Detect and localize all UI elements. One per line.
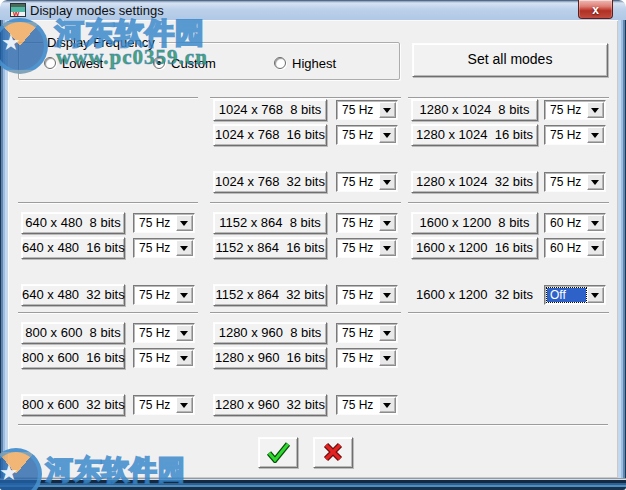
dropdown-button[interactable] xyxy=(587,174,604,190)
column-separator xyxy=(18,97,198,99)
mode-button-1152x864-16-bits[interactable]: 1152 x 864 16 bits xyxy=(213,237,327,259)
mode-button-1280x1024-32-bits[interactable]: 1280 x 1024 32 bits xyxy=(411,171,538,193)
dropdown-button[interactable] xyxy=(379,287,396,303)
frequency-select-1024x768-16-bits[interactable]: 75 Hz xyxy=(336,125,398,145)
frequency-select-1152x864-32-bits[interactable]: 75 Hz xyxy=(336,285,398,305)
dropdown-button[interactable] xyxy=(176,240,193,256)
frequency-select-1280x960-32-bits[interactable]: 75 Hz xyxy=(336,395,398,415)
frequency-select-1280x1024-32-bits[interactable]: 75 Hz xyxy=(544,172,606,192)
frequency-select-640x480-16-bits[interactable]: 75 Hz xyxy=(133,238,195,258)
radio-option-custom[interactable]: Custom xyxy=(153,56,216,70)
mode-button-800x600-16-bits[interactable]: 800 x 600 16 bits xyxy=(21,347,125,369)
cancel-button[interactable] xyxy=(313,437,353,468)
dropdown-button[interactable] xyxy=(379,350,396,366)
frequency-select-1280x960-8-bits[interactable]: 75 Hz xyxy=(336,323,398,343)
dropdown-button[interactable] xyxy=(379,240,396,256)
frequency-value: 75 Hz xyxy=(547,103,586,117)
chevron-down-icon xyxy=(591,133,599,138)
mode-button-640x480-16-bits[interactable]: 640 x 480 16 bits xyxy=(21,237,125,259)
dropdown-button[interactable] xyxy=(176,215,193,231)
dropdown-button[interactable] xyxy=(587,102,604,118)
chevron-down-icon xyxy=(180,293,188,298)
frequency-value: Off xyxy=(547,288,586,302)
close-button[interactable]: x xyxy=(578,0,613,19)
mode-button-640x480-8-bits[interactable]: 640 x 480 8 bits xyxy=(21,212,125,234)
radio-label: Lowest xyxy=(62,56,103,71)
chevron-down-icon xyxy=(383,293,391,298)
frequency-select-1280x1024-16-bits[interactable]: 75 Hz xyxy=(544,125,606,145)
chevron-down-icon xyxy=(180,331,188,336)
window-border-right xyxy=(618,20,626,478)
dropdown-button[interactable] xyxy=(176,350,193,366)
frequency-value: 60 Hz xyxy=(547,241,586,255)
frequency-select-1152x864-8-bits[interactable]: 75 Hz xyxy=(336,213,398,233)
mode-button-1024x768-8-bits[interactable]: 1024 x 768 8 bits xyxy=(213,99,327,121)
radio-label: Custom xyxy=(171,56,216,71)
groupbox-label: Display Frequency xyxy=(43,35,159,50)
frequency-select-1600x1200-32-bits[interactable]: Off xyxy=(544,285,606,305)
chevron-down-icon xyxy=(383,356,391,361)
dropdown-button[interactable] xyxy=(379,127,396,143)
mode-button-1152x864-8-bits[interactable]: 1152 x 864 8 bits xyxy=(213,212,327,234)
frequency-select-1280x960-16-bits[interactable]: 75 Hz xyxy=(336,348,398,368)
mode-button-1280x960-16-bits[interactable]: 1280 x 960 16 bits xyxy=(213,347,327,369)
mode-button-1280x960-8-bits[interactable]: 1280 x 960 8 bits xyxy=(213,322,327,344)
frequency-select-800x600-16-bits[interactable]: 75 Hz xyxy=(133,348,195,368)
radio-option-lowest[interactable]: Lowest xyxy=(44,56,103,70)
frequency-select-640x480-8-bits[interactable]: 75 Hz xyxy=(133,213,195,233)
mode-button-1024x768-16-bits[interactable]: 1024 x 768 16 bits xyxy=(213,124,327,146)
frequency-value: 75 Hz xyxy=(339,175,378,189)
frequency-select-800x600-32-bits[interactable]: 75 Hz xyxy=(133,395,195,415)
title-bar[interactable]: w Display modes settings x xyxy=(0,0,626,20)
check-icon xyxy=(265,441,291,463)
frequency-select-1600x1200-8-bits[interactable]: 60 Hz xyxy=(544,213,606,233)
close-icon: x xyxy=(592,3,599,17)
mode-button-800x600-32-bits[interactable]: 800 x 600 32 bits xyxy=(21,394,125,416)
mode-button-1280x1024-16-bits[interactable]: 1280 x 1024 16 bits xyxy=(411,124,538,146)
dropdown-button[interactable] xyxy=(587,127,604,143)
chevron-down-icon xyxy=(180,246,188,251)
mode-button-800x600-8-bits[interactable]: 800 x 600 8 bits xyxy=(21,322,125,344)
frequency-value: 75 Hz xyxy=(339,326,378,340)
dropdown-button[interactable] xyxy=(379,215,396,231)
dropdown-button[interactable] xyxy=(379,325,396,341)
confirm-button[interactable] xyxy=(258,437,298,468)
frequency-value: 75 Hz xyxy=(339,398,378,412)
frequency-value: 60 Hz xyxy=(547,216,586,230)
column-separator xyxy=(210,202,401,204)
radio-option-highest[interactable]: Highest xyxy=(274,56,336,70)
mode-button-640x480-32-bits[interactable]: 640 x 480 32 bits xyxy=(21,284,125,306)
mode-button-1152x864-32-bits[interactable]: 1152 x 864 32 bits xyxy=(213,284,327,306)
column-separator xyxy=(408,202,609,204)
frequency-value: 75 Hz xyxy=(547,128,586,142)
dropdown-button[interactable] xyxy=(587,215,604,231)
frequency-select-1024x768-8-bits[interactable]: 75 Hz xyxy=(336,100,398,120)
mode-button-1280x960-32-bits[interactable]: 1280 x 960 32 bits xyxy=(213,394,327,416)
frequency-select-1600x1200-16-bits[interactable]: 60 Hz xyxy=(544,238,606,258)
dropdown-button[interactable] xyxy=(176,397,193,413)
cross-icon xyxy=(322,441,344,463)
mode-button-1280x1024-8-bits[interactable]: 1280 x 1024 8 bits xyxy=(411,99,538,121)
dropdown-button[interactable] xyxy=(587,240,604,256)
mode-button-1600x1200-16-bits[interactable]: 1600 x 1200 16 bits xyxy=(411,237,538,259)
radio-icon xyxy=(153,57,165,69)
dropdown-button[interactable] xyxy=(379,174,396,190)
dropdown-button[interactable] xyxy=(176,287,193,303)
dropdown-button[interactable] xyxy=(379,102,396,118)
set-all-modes-button[interactable]: Set all modes xyxy=(412,43,608,77)
frequency-select-1024x768-32-bits[interactable]: 75 Hz xyxy=(336,172,398,192)
frequency-select-1280x1024-8-bits[interactable]: 75 Hz xyxy=(544,100,606,120)
mode-button-1024x768-32-bits[interactable]: 1024 x 768 32 bits xyxy=(213,171,327,193)
chevron-down-icon xyxy=(383,180,391,185)
dropdown-button[interactable] xyxy=(379,397,396,413)
frequency-select-1152x864-16-bits[interactable]: 75 Hz xyxy=(336,238,398,258)
mode-button-1600x1200-8-bits[interactable]: 1600 x 1200 8 bits xyxy=(411,212,538,234)
frequency-select-640x480-32-bits[interactable]: 75 Hz xyxy=(133,285,195,305)
chevron-down-icon xyxy=(383,221,391,226)
dropdown-button[interactable] xyxy=(176,325,193,341)
radio-label: Highest xyxy=(292,56,336,71)
column-separator xyxy=(210,312,401,314)
frequency-value: 75 Hz xyxy=(136,288,175,302)
dropdown-button[interactable] xyxy=(587,287,604,303)
frequency-select-800x600-8-bits[interactable]: 75 Hz xyxy=(133,323,195,343)
